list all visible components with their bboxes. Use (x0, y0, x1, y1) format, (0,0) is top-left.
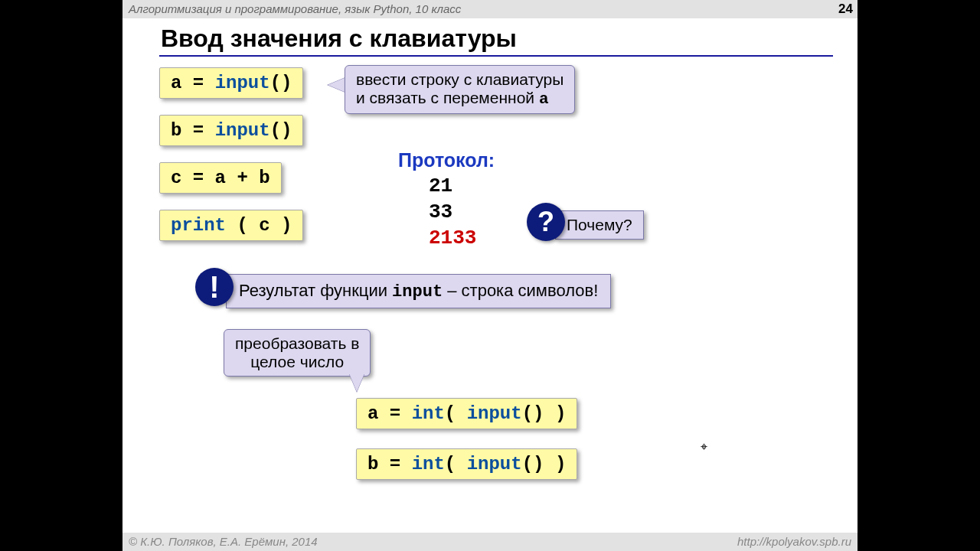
code-var: a (171, 73, 181, 93)
code-keyword-input: input (467, 454, 522, 474)
code-keyword-input: input (215, 120, 270, 141)
code-var: b (368, 454, 378, 474)
course-title: Алгоритмизация и программирование, язык … (129, 2, 461, 15)
footer-url: http://kpolyakov.spb.ru (737, 533, 851, 551)
exclamation-badge-icon: ! (195, 268, 234, 306)
mouse-cursor-icon: ⌖ (701, 440, 707, 454)
code-keyword-print: print (171, 215, 226, 236)
note-box: Результат функции input – строка символо… (226, 274, 611, 308)
code-int-a: a = int( input() ) (356, 398, 577, 429)
callout-text: преобразовать в (235, 334, 359, 352)
slide-footer: © К.Ю. Поляков, Е.А. Ерёмин, 2014 http:/… (122, 533, 858, 551)
callout-text: ввести строку с клавиатуры (356, 70, 564, 88)
slide-header: Алгоритмизация и программирование, язык … (122, 0, 858, 18)
code-line-2: b = input() (159, 115, 303, 146)
code-keyword-input: input (467, 403, 522, 424)
code-int-b: b = int( input() ) (356, 448, 577, 480)
slide-title: Ввод значения с клавиатуры (161, 24, 517, 53)
note-text-2: – строка символов! (443, 281, 598, 300)
callout-var: a (539, 90, 549, 108)
callout-text: целое число (250, 353, 344, 370)
code-var: a (368, 403, 378, 424)
why-label: Почему? (567, 216, 632, 233)
slide: Алгоритмизация и программирование, язык … (122, 0, 858, 551)
code-keyword-int: int (412, 403, 445, 424)
slide-number: 24 (838, 0, 853, 18)
code-arg: ( c ) (237, 215, 292, 236)
footer-credit: © К.Ю. Поляков, Е.А. Ерёмин, 2014 (129, 535, 318, 548)
callout-input-desc: ввести строку с клавиатуры и связать с п… (345, 65, 575, 114)
note-fn: input (392, 282, 443, 302)
code-keyword-input: input (215, 73, 270, 93)
code-expr: c = a + b (171, 168, 270, 188)
code-var: b (171, 120, 181, 141)
code-line-4: print ( c ) (159, 210, 303, 241)
title-underline (159, 55, 833, 57)
callout-pointer (328, 77, 346, 93)
code-line-1: a = input() (159, 67, 303, 99)
protocol-value-1: 21 (429, 174, 452, 197)
protocol-value-2: 33 (429, 201, 452, 223)
protocol-label: Протокол: (398, 149, 495, 171)
callout-pointer-down (349, 373, 364, 392)
code-line-3: c = a + b (159, 162, 282, 194)
why-box: Почему? (555, 210, 644, 240)
code-keyword-int: int (412, 454, 445, 474)
callout-text: и связать с переменной (356, 89, 534, 106)
protocol-result: 2133 (429, 227, 476, 249)
callout-convert: преобразовать в целое число (224, 329, 371, 377)
question-badge-icon: ? (527, 203, 565, 241)
note-text-1: Результат функции (239, 281, 392, 300)
